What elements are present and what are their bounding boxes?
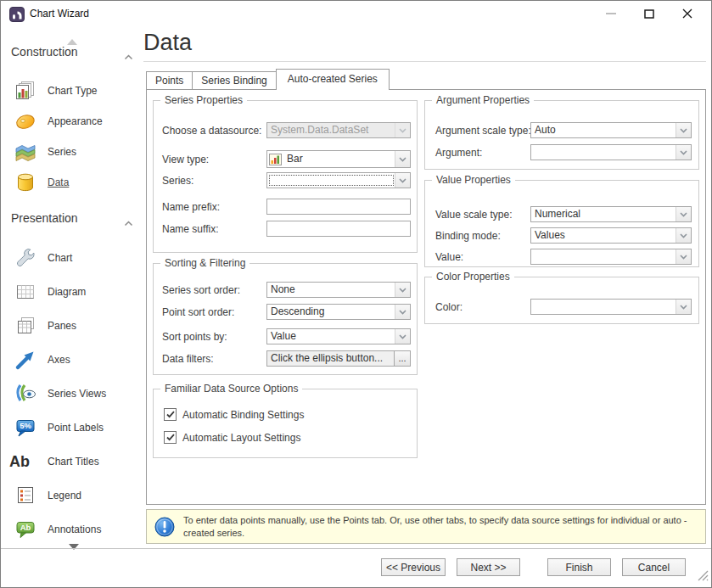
series-properties-group: Series Properties Choose a datasource: S… xyxy=(153,100,418,253)
sidebar-item-label: Series Views xyxy=(48,381,106,406)
sort-points-by-label: Sort points by: xyxy=(162,331,227,343)
automatic-binding-settings-checkbox[interactable]: Automatic Binding Settings xyxy=(164,408,304,421)
tab-content-panel: Series Properties Choose a datasource: S… xyxy=(146,89,706,505)
sidebar-item-chart-type[interactable]: Chart Type xyxy=(1,78,145,104)
resize-grip[interactable] xyxy=(697,569,709,585)
name-prefix-label: Name prefix: xyxy=(162,201,220,213)
title-divider xyxy=(143,61,706,62)
sidebar-item-label: Chart Titles xyxy=(48,449,99,474)
chart-titles-icon-text: Ab xyxy=(9,451,30,473)
chevron-down-icon xyxy=(395,151,410,167)
tab-strip: Points Series Binding Auto-created Serie… xyxy=(146,69,389,90)
section-presentation[interactable]: Presentation xyxy=(11,211,135,228)
data-filters-ellipsis-button[interactable]: ... xyxy=(394,351,410,366)
point-sort-order-select[interactable]: Descending xyxy=(266,304,411,320)
color-value xyxy=(531,300,676,314)
point-labels-icon: 5% xyxy=(14,417,36,439)
name-suffix-label: Name suffix: xyxy=(162,223,218,235)
argument-select[interactable] xyxy=(530,144,692,160)
series-label: Series: xyxy=(162,175,193,187)
argument-properties-group: Argument Properties Argument scale type:… xyxy=(424,100,699,170)
chevron-down-icon xyxy=(395,283,410,297)
legend-icon xyxy=(14,484,36,507)
section-presentation-label: Presentation xyxy=(11,211,78,225)
app-icon xyxy=(9,7,25,22)
color-label: Color: xyxy=(435,301,463,313)
point-sort-order-value: Descending xyxy=(267,305,395,319)
data-filters-label: Data filters: xyxy=(162,353,214,365)
name-suffix-input[interactable] xyxy=(266,221,411,237)
binding-mode-select[interactable]: Values xyxy=(530,227,692,244)
checkbox-label: Automatic Layout Settings xyxy=(182,432,300,444)
chevron-down-icon xyxy=(676,207,691,221)
sidebar-item-series[interactable]: Series xyxy=(1,139,145,165)
view-type-select[interactable]: Bar xyxy=(266,150,411,168)
data-filters-value: Click the ellipsis button... xyxy=(267,351,394,366)
page-title: Data xyxy=(143,30,192,56)
sidebar-item-label: Diagram xyxy=(48,279,86,305)
section-construction-label: Construction xyxy=(11,45,78,59)
color-properties-group: Color Properties Color: xyxy=(424,277,699,324)
sidebar-item-label: Data xyxy=(48,170,69,195)
title-bar[interactable]: Chart Wizard xyxy=(1,1,711,28)
series-value xyxy=(267,173,395,188)
sidebar-item-label: Point Labels xyxy=(48,415,104,440)
sidebar-item-label: Axes xyxy=(48,347,70,372)
view-type-value: Bar xyxy=(283,151,395,167)
chevron-down-icon xyxy=(676,145,691,160)
value-scale-type-label: Value scale type: xyxy=(435,209,513,221)
window-title: Chart Wizard xyxy=(30,1,89,27)
sidebar-item-chart-titles[interactable]: Ab Chart Titles xyxy=(1,449,145,474)
group-title: Series Properties xyxy=(160,94,247,106)
sidebar-item-point-labels[interactable]: 5% Point Labels xyxy=(1,415,145,440)
sidebar-item-panes[interactable]: Panes xyxy=(1,313,145,339)
chart-type-icon xyxy=(14,80,36,102)
chart-titles-icon: Ab xyxy=(9,451,31,473)
next-button[interactable]: Next >> xyxy=(457,558,520,576)
wrench-icon xyxy=(14,247,36,269)
automatic-layout-settings-checkbox[interactable]: Automatic Layout Settings xyxy=(164,431,300,444)
value-scale-type-select[interactable]: Numerical xyxy=(530,206,692,222)
sidebar-scroll-down-icon[interactable] xyxy=(69,538,79,553)
name-prefix-input[interactable] xyxy=(266,199,411,215)
maximize-button[interactable] xyxy=(630,1,668,26)
tab-auto-created-series[interactable]: Auto-created Series xyxy=(276,69,390,90)
series-select[interactable] xyxy=(266,172,411,188)
value-select[interactable] xyxy=(530,249,692,265)
value-properties-group: Value Properties Value scale type: Numer… xyxy=(424,180,699,267)
finish-button[interactable]: Finish xyxy=(547,558,611,576)
color-select[interactable] xyxy=(530,299,692,315)
chevron-down-icon xyxy=(395,329,410,344)
argument-scale-type-value: Auto xyxy=(531,123,676,137)
series-sort-order-select[interactable]: None xyxy=(266,282,411,298)
sidebar-item-chart[interactable]: Chart xyxy=(1,245,145,271)
annotations-icon: Ab xyxy=(14,518,36,540)
chart-wizard-window: Chart Wizard Construction xyxy=(0,0,712,588)
sidebar-item-appearance[interactable]: Appearance xyxy=(1,109,145,134)
sidebar-item-data[interactable]: Data xyxy=(1,170,145,195)
chevron-down-icon xyxy=(676,228,691,243)
sidebar-item-legend[interactable]: Legend xyxy=(1,483,145,508)
group-title: Value Properties xyxy=(432,174,515,186)
group-title: Argument Properties xyxy=(432,94,534,106)
checkbox-checked-icon xyxy=(164,408,177,421)
group-title: Color Properties xyxy=(432,271,514,283)
close-button[interactable] xyxy=(668,1,706,26)
sort-points-by-select[interactable]: Value xyxy=(266,328,411,344)
tab-points[interactable]: Points xyxy=(146,71,193,90)
previous-button[interactable]: << Previous xyxy=(381,558,446,576)
value-scale-type-value: Numerical xyxy=(531,207,676,221)
info-bar: To enter data points manually, use the P… xyxy=(146,509,706,544)
argument-scale-type-select[interactable]: Auto xyxy=(530,122,692,138)
datasource-label: Choose a datasource: xyxy=(162,125,261,137)
argument-value xyxy=(531,145,676,160)
tab-series-binding[interactable]: Series Binding xyxy=(192,71,276,90)
chevron-down-icon xyxy=(676,300,691,314)
sidebar-item-diagram[interactable]: Diagram xyxy=(1,279,145,305)
diagram-icon xyxy=(14,281,36,303)
sidebar-item-series-views[interactable]: Series Views xyxy=(1,381,145,406)
binding-mode-value: Values xyxy=(531,228,676,243)
cancel-button[interactable]: Cancel xyxy=(622,558,686,576)
sidebar-item-axes[interactable]: Axes xyxy=(1,347,145,372)
section-construction[interactable]: Construction xyxy=(11,45,135,62)
